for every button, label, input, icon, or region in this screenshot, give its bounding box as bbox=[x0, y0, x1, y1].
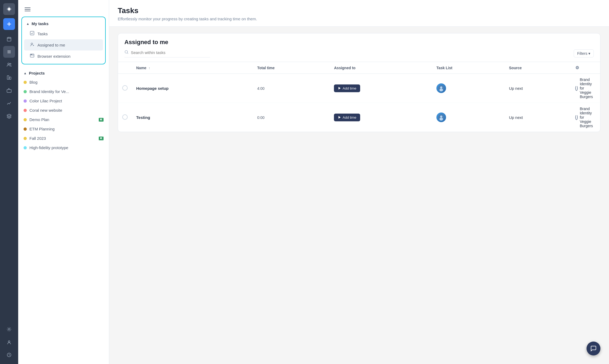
source-name-1: Brand Identity for Veggie Burgers bbox=[580, 78, 596, 99]
project-item-blog[interactable]: Blog bbox=[21, 78, 106, 87]
projects-chevron: ▲ bbox=[24, 71, 27, 75]
assigned-icon bbox=[29, 42, 35, 48]
projects-section: ▲ Projects Blog Brand Identity for Ve...… bbox=[18, 67, 109, 154]
settings-gear-icon[interactable]: ⚙ bbox=[575, 65, 579, 70]
tasks-label: Tasks bbox=[37, 32, 48, 36]
project-name-brand: Brand Identity for Ve... bbox=[29, 89, 104, 94]
nav-layers-icon[interactable] bbox=[3, 110, 15, 122]
svg-rect-5 bbox=[7, 90, 11, 92]
col-source: Source bbox=[505, 62, 571, 74]
project-name-highfi: High-fidelity prototype bbox=[29, 145, 104, 150]
source-cell-1: Brand Identity for Veggie Burgers bbox=[575, 78, 596, 99]
task-panel-header: Assigned to me Filters ▾ bbox=[118, 33, 600, 62]
nav-chart-icon[interactable] bbox=[3, 72, 15, 83]
task-checkbox-2[interactable] bbox=[122, 114, 128, 120]
svg-rect-9 bbox=[30, 31, 34, 35]
project-dot-highfi bbox=[24, 146, 27, 149]
task-name-cell-2: Testing bbox=[136, 115, 249, 120]
sidebar-item-tasks[interactable]: Tasks bbox=[24, 28, 103, 39]
nav-list-icon[interactable] bbox=[3, 46, 15, 58]
table-row: Homepage setup 4:00 Add time bbox=[118, 74, 600, 103]
browser-icon bbox=[29, 53, 35, 59]
nav-settings-icon[interactable] bbox=[3, 323, 15, 335]
chat-bubble-button[interactable] bbox=[587, 342, 600, 355]
project-name-etm: ETM Planning bbox=[29, 127, 104, 131]
my-tasks-title: My tasks bbox=[32, 21, 48, 26]
task-time-1: 4:00 bbox=[257, 86, 264, 91]
my-tasks-header[interactable]: ▲ My tasks bbox=[22, 19, 105, 28]
browser-label: Browser extension bbox=[37, 54, 70, 59]
add-button[interactable] bbox=[3, 18, 15, 30]
avatar-2 bbox=[436, 113, 446, 122]
nav-users-icon[interactable] bbox=[3, 59, 15, 71]
project-item-demo[interactable]: Demo Plan bbox=[21, 115, 106, 124]
add-time-button-2[interactable]: Add time bbox=[334, 114, 360, 121]
project-dot-brand bbox=[24, 90, 27, 93]
add-time-button-1[interactable]: Add time bbox=[334, 84, 360, 92]
my-tasks-chevron: ▲ bbox=[26, 22, 29, 26]
svg-marker-15 bbox=[338, 87, 341, 90]
project-dot-fall bbox=[24, 137, 27, 140]
project-dot-blog bbox=[24, 81, 27, 84]
search-input[interactable] bbox=[131, 50, 210, 55]
search-bar bbox=[124, 50, 210, 57]
project-item-fall[interactable]: Fall 2023 bbox=[21, 134, 106, 143]
project-flag-demo bbox=[99, 118, 104, 122]
projects-header[interactable]: ▲ Projects bbox=[21, 69, 106, 78]
project-item-color[interactable]: Color Lilac Project bbox=[21, 96, 106, 106]
assigned-label: Assigned to me bbox=[37, 43, 65, 47]
search-icon bbox=[124, 50, 129, 55]
svg-rect-0 bbox=[7, 37, 11, 41]
project-item-highfi[interactable]: High-fidelity prototype bbox=[21, 143, 106, 152]
source-cell-2: Brand Identity for Veggie Burgers bbox=[575, 107, 596, 128]
add-time-label-1: Add time bbox=[342, 86, 356, 90]
sidebar-top bbox=[18, 0, 109, 14]
svg-rect-4 bbox=[9, 77, 11, 79]
task-panel: Assigned to me Filters ▾ bbox=[118, 33, 600, 132]
filters-button[interactable]: Filters ▾ bbox=[574, 49, 594, 57]
col-total-time: Total time bbox=[253, 62, 330, 74]
task-checkbox-1[interactable] bbox=[122, 85, 128, 91]
project-item-etm[interactable]: ETM Planning bbox=[21, 124, 106, 134]
page-subtitle: Effortlessly monitor your progress by cr… bbox=[118, 17, 600, 21]
col-assigned-to: Assigned to bbox=[330, 62, 432, 74]
filters-label: Filters bbox=[577, 51, 587, 56]
nav-analytics-icon[interactable] bbox=[3, 97, 15, 109]
source-icon-1 bbox=[575, 86, 578, 91]
sort-icon: ↑ bbox=[149, 66, 150, 70]
project-name-fall: Fall 2023 bbox=[29, 136, 96, 141]
app-logo bbox=[3, 3, 15, 15]
project-dot-etm bbox=[24, 127, 27, 131]
main-content: Tasks Effortlessly monitor your progress… bbox=[109, 0, 609, 364]
nav-profile-icon[interactable] bbox=[3, 336, 15, 348]
nav-calendar-icon[interactable] bbox=[3, 33, 15, 45]
task-name-2: Testing bbox=[136, 115, 150, 120]
svg-point-7 bbox=[8, 341, 10, 342]
sidebar-item-assigned[interactable]: Assigned to me bbox=[24, 39, 103, 51]
nav-history-icon[interactable] bbox=[3, 349, 15, 361]
nav-icon-bar bbox=[0, 0, 18, 364]
project-item-brand[interactable]: Brand Identity for Ve... bbox=[21, 87, 106, 96]
col-name: Name ↑ bbox=[132, 62, 253, 74]
task-list-2: Up next bbox=[509, 115, 523, 120]
task-name-1: Homepage setup bbox=[136, 86, 169, 91]
nav-briefcase-icon[interactable] bbox=[3, 84, 15, 96]
svg-point-18 bbox=[439, 88, 443, 91]
svg-point-21 bbox=[440, 115, 442, 118]
svg-point-14 bbox=[125, 51, 128, 53]
project-name-coral: Coral new website bbox=[29, 108, 104, 113]
svg-point-17 bbox=[440, 86, 442, 88]
hamburger-button[interactable] bbox=[24, 6, 32, 12]
project-item-coral[interactable]: Coral new website bbox=[21, 106, 106, 115]
project-dot-color bbox=[24, 99, 27, 103]
project-flag-fall bbox=[99, 137, 104, 140]
svg-point-1 bbox=[8, 63, 9, 65]
task-list-1: Up next bbox=[509, 86, 523, 91]
filters-dropdown-icon: ▾ bbox=[588, 51, 590, 56]
source-icon-2 bbox=[575, 115, 578, 120]
avatar-1 bbox=[436, 83, 446, 93]
svg-rect-3 bbox=[7, 76, 9, 79]
task-time-2: 0:00 bbox=[257, 115, 264, 120]
task-table: Name ↑ Total time Assigned to Task List … bbox=[118, 62, 600, 132]
sidebar-item-browser[interactable]: Browser extension bbox=[24, 51, 103, 62]
